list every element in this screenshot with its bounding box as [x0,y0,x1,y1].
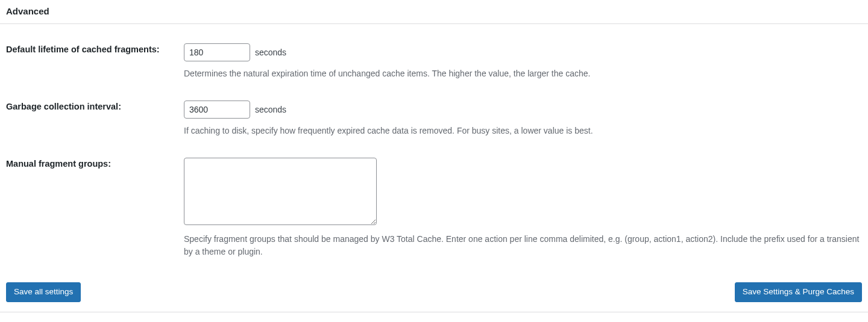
description-manual-groups: Specify fragment groups that should be m… [184,233,862,258]
description-default-lifetime: Determines the natural expiration time o… [184,67,862,80]
submit-bar: Save all settings Save Settings & Purge … [0,270,868,312]
save-and-purge-button[interactable]: Save Settings & Purge Caches [735,282,862,302]
settings-form-table: Default lifetime of cached fragments: se… [0,35,868,270]
input-default-lifetime[interactable] [184,43,250,61]
label-gc-interval: Garbage collection interval: [6,102,121,111]
label-default-lifetime: Default lifetime of cached fragments: [6,45,160,54]
unit-gc-interval: seconds [255,105,286,114]
row-gc-interval: Garbage collection interval: seconds If … [0,92,868,149]
input-gc-interval[interactable] [184,101,250,119]
section-title-advanced: Advanced [0,0,868,24]
input-manual-groups[interactable] [184,158,377,225]
save-all-settings-button[interactable]: Save all settings [6,282,81,302]
unit-default-lifetime: seconds [255,48,286,57]
row-default-lifetime: Default lifetime of cached fragments: se… [0,35,868,92]
label-manual-groups: Manual fragment groups: [6,159,111,169]
description-gc-interval: If caching to disk, specify how frequent… [184,125,862,137]
row-manual-groups: Manual fragment groups: Specify fragment… [0,149,868,270]
